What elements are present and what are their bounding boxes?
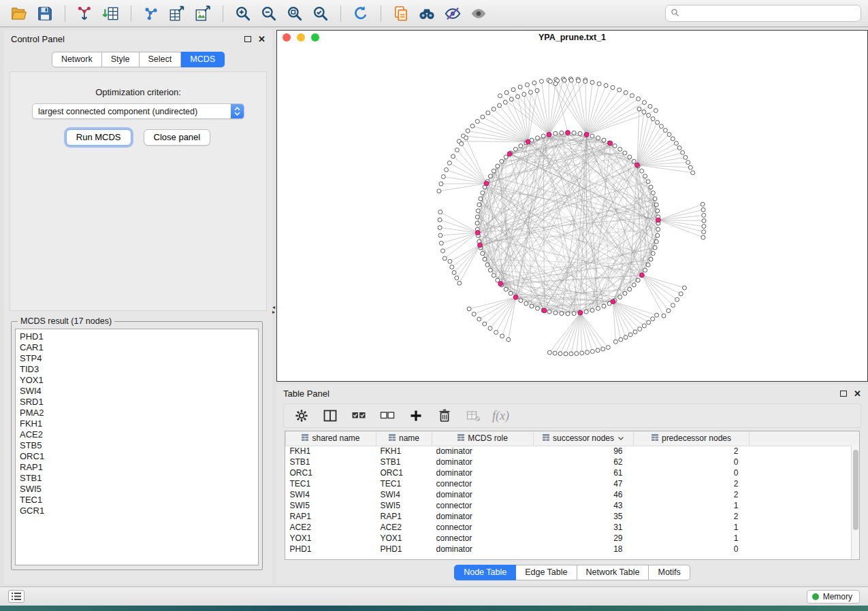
tab-motifs[interactable]: Motifs xyxy=(649,565,690,580)
zoom-in-icon[interactable] xyxy=(231,3,255,24)
table-scrollbar[interactable] xyxy=(851,446,859,559)
table-row[interactable]: SWI4SWI4dominator462 xyxy=(286,489,861,500)
window-minimize-icon[interactable] xyxy=(297,33,305,42)
save-icon[interactable] xyxy=(33,3,57,24)
column-header-name[interactable]: name xyxy=(376,431,432,446)
result-node[interactable]: GCR1 xyxy=(20,506,254,516)
delete-row-icon[interactable] xyxy=(435,406,454,425)
search-input[interactable] xyxy=(683,9,856,18)
memory-button[interactable]: Memory xyxy=(807,590,860,604)
import-network-icon[interactable] xyxy=(73,3,97,24)
deselect-all-icon[interactable] xyxy=(378,406,397,425)
table-columns-icon[interactable] xyxy=(321,406,340,425)
result-node[interactable]: SWI5 xyxy=(20,484,254,495)
export-table-icon[interactable] xyxy=(165,3,189,24)
tab-node-table[interactable]: Node Table xyxy=(454,565,516,580)
tab-network-table[interactable]: Network Table xyxy=(577,565,649,580)
table-gear-icon[interactable] xyxy=(292,406,311,425)
search-icon xyxy=(671,8,679,19)
export-image-icon[interactable] xyxy=(191,3,215,24)
task-history-button[interactable] xyxy=(8,590,25,603)
float-panel-icon[interactable] xyxy=(244,36,251,42)
window-zoom-icon[interactable] xyxy=(311,33,319,42)
table-row[interactable]: YOX1YOX1connector291 xyxy=(286,533,861,544)
table-row[interactable]: ORC1ORC1dominator610 xyxy=(286,467,861,478)
duplicate-document-icon[interactable] xyxy=(389,3,413,24)
window-close-icon[interactable] xyxy=(283,33,291,42)
result-node[interactable]: STB5 xyxy=(20,440,254,451)
result-node[interactable]: YOX1 xyxy=(20,375,254,386)
result-node[interactable]: RAP1 xyxy=(20,462,254,473)
tab-select[interactable]: Select xyxy=(140,52,182,67)
binoculars-icon[interactable] xyxy=(415,3,439,24)
close-panel-icon[interactable]: ✕ xyxy=(258,35,266,44)
column-header-filler xyxy=(750,431,861,446)
close-table-panel-icon[interactable]: ✕ xyxy=(854,389,861,398)
memory-label: Memory xyxy=(823,592,852,601)
result-node[interactable]: SRD1 xyxy=(20,397,254,408)
result-node[interactable]: SWI4 xyxy=(20,386,254,397)
tab-network[interactable]: Network xyxy=(52,52,102,67)
result-node[interactable]: STP4 xyxy=(20,353,254,364)
node-table[interactable]: shared namenameMCDS rolesuccessor nodesp… xyxy=(285,431,860,560)
import-table-icon[interactable] xyxy=(99,3,123,24)
table-row[interactable]: SWI5SWI5connector431 xyxy=(286,500,861,511)
result-node[interactable]: STB1 xyxy=(20,473,254,484)
result-node[interactable]: CAR1 xyxy=(20,342,254,353)
table-header-row: shared namenameMCDS rolesuccessor nodesp… xyxy=(286,431,861,446)
table-toolbar-icons xyxy=(292,406,483,425)
mcds-result-list[interactable]: PHD1CAR1STP4TID3YOX1SWI4SRD1PMA2FKH1ACE2… xyxy=(15,329,259,565)
table-panel: Table Panel ✕ f(x) shared namenameMCDS r… xyxy=(276,384,868,584)
main-toolbar xyxy=(0,0,868,27)
import-table-disabled-icon xyxy=(464,406,483,425)
table-panel-title: Table Panel xyxy=(283,389,840,399)
column-header-predecessor-nodes[interactable]: predecessor nodes xyxy=(634,431,750,446)
table-row[interactable]: TEC1TEC1connector472 xyxy=(286,478,861,489)
table-row[interactable]: STB1STB1dominator620 xyxy=(286,457,861,467)
result-node[interactable]: FKH1 xyxy=(20,418,254,429)
desktop-wallpaper xyxy=(0,606,868,611)
open-folder-icon[interactable] xyxy=(7,3,31,24)
result-node[interactable]: PMA2 xyxy=(20,408,254,418)
select-all-icon[interactable] xyxy=(349,406,368,425)
splitter-collapse-icon[interactable]: ◂▸ xyxy=(272,305,275,314)
table-row[interactable]: FKH1FKH1dominator962 xyxy=(286,446,861,457)
column-header-successor-nodes[interactable]: successor nodes xyxy=(534,431,634,446)
column-grid-icon xyxy=(457,433,464,443)
export-network-icon[interactable] xyxy=(139,3,163,24)
table-row[interactable]: PHD1PHD1dominator180 xyxy=(286,544,861,555)
quick-search[interactable] xyxy=(665,5,861,22)
optimization-criterion-select[interactable]: largest connected component (undirected) xyxy=(32,103,244,119)
zoom-out-icon[interactable] xyxy=(257,3,281,24)
tab-edge-table[interactable]: Edge Table xyxy=(516,565,577,580)
column-header-MCDS-role[interactable]: MCDS role xyxy=(432,431,534,446)
float-table-panel-icon[interactable] xyxy=(840,391,847,397)
tab-style[interactable]: Style xyxy=(102,52,140,67)
table-tabs: Node TableEdge TableNetwork TableMotifs xyxy=(454,565,690,580)
zoom-fit-icon[interactable] xyxy=(283,3,307,24)
refresh-icon[interactable] xyxy=(349,3,373,24)
table-toolbar: f(x) xyxy=(283,403,861,428)
tab-mcds[interactable]: MCDS xyxy=(181,52,225,67)
result-node[interactable]: TEC1 xyxy=(20,495,254,506)
add-row-icon[interactable] xyxy=(406,406,425,425)
table-row[interactable]: ACE2ACE2connector311 xyxy=(286,522,861,533)
column-grid-icon xyxy=(652,433,658,443)
memory-status-icon xyxy=(812,593,819,600)
function-builder-icon[interactable]: f(x) xyxy=(492,409,509,423)
result-node[interactable]: ACE2 xyxy=(20,429,254,440)
network-window[interactable]: YPA_prune.txt_1 xyxy=(276,30,868,382)
run-mcds-button[interactable]: Run MCDS xyxy=(66,129,131,146)
hide-eye-icon[interactable] xyxy=(440,3,465,24)
column-header-shared-name[interactable]: shared name xyxy=(286,431,376,446)
zoom-selected-icon[interactable] xyxy=(308,3,333,24)
result-node[interactable]: PHD1 xyxy=(20,331,254,342)
sort-chevron-icon xyxy=(617,436,624,441)
scrollbar-thumb[interactable] xyxy=(853,450,858,530)
table-row[interactable]: RAP1RAP1dominator352 xyxy=(286,511,861,522)
result-node[interactable]: TID3 xyxy=(20,364,254,375)
network-canvas[interactable] xyxy=(277,44,867,381)
result-node[interactable]: ORC1 xyxy=(20,451,254,462)
close-panel-button[interactable]: Close panel xyxy=(144,129,211,146)
show-eye-icon[interactable] xyxy=(466,3,491,24)
